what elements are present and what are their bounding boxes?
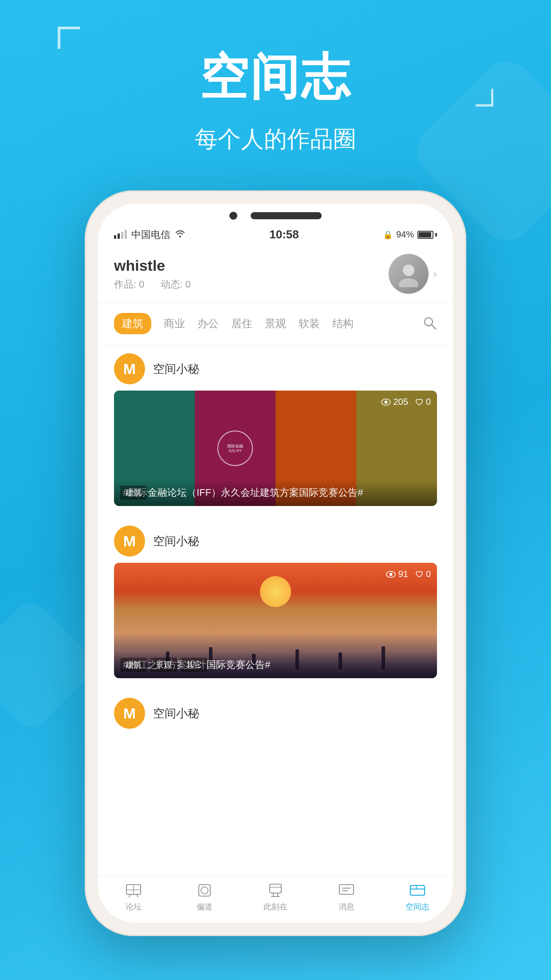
signal-icon (114, 231, 127, 239)
tag-jianzhu-1: 建筑 (120, 486, 147, 500)
card-title-1: #国际金融论坛（IFF）永久会址建筑方案国际竞赛公告# (123, 486, 428, 500)
like-count-1: 0 (415, 397, 431, 407)
phone-mockup: 中国电信 10:58 🔒 94% (85, 190, 466, 936)
nav-kongjian[interactable]: 空间志 (382, 882, 453, 912)
phone-body: 中国电信 10:58 🔒 94% (85, 190, 466, 936)
profile-section: whistle 作品: 0 动态: 0 (98, 245, 453, 303)
svg-rect-19 (410, 885, 425, 895)
svg-point-1 (399, 278, 418, 287)
phone-top-bar (98, 204, 453, 224)
app-title: 空间志 (200, 44, 351, 111)
phone-speaker (251, 212, 322, 219)
works-stat: 作品: 0 (114, 278, 145, 291)
avatar-image (389, 254, 429, 294)
nav-xiaoxi[interactable]: 消息 (311, 882, 382, 912)
svg-point-0 (403, 265, 414, 276)
card-overlay-1: #国际金融论坛（IFF）永久会址建筑方案国际竞赛公告# (114, 480, 437, 506)
tab-shangye[interactable]: 商业 (164, 316, 185, 331)
profile-avatar (389, 254, 429, 294)
tab-ruan[interactable]: 软装 (299, 316, 320, 331)
feed-avatar-3: M (114, 698, 145, 729)
lock-icon: 🔒 (383, 230, 393, 240)
status-bar: 中国电信 10:58 🔒 94% (98, 224, 453, 245)
luntan-icon (124, 882, 143, 899)
svg-point-12 (201, 887, 208, 894)
xiaoxi-icon (337, 882, 356, 899)
card-stats-2: 91 0 (386, 569, 431, 579)
tab-juzhu[interactable]: 居住 (231, 316, 252, 331)
status-left: 中国电信 (114, 228, 185, 241)
bracket-top-left (58, 27, 80, 49)
nav-kongjian-label: 空间志 (405, 901, 429, 912)
kongjian-icon (408, 882, 427, 899)
feed-avatar-1: M (114, 353, 145, 384)
nav-piandao-label: 偏道 (197, 901, 213, 912)
tab-jingguan[interactable]: 景观 (265, 316, 286, 331)
status-time: 10:58 (269, 228, 299, 241)
feed-header-2: M 空间小秘 (114, 526, 437, 557)
feed-username-3: 空间小秘 (153, 706, 199, 721)
feed-item-2: M 空间小秘 (98, 517, 453, 678)
like-count-2: 0 (415, 569, 431, 579)
tag-jianzhu-2: 建筑 (120, 658, 147, 672)
cikzai-icon (266, 882, 285, 899)
svg-rect-13 (270, 884, 281, 893)
feed-header-3: M 空间小秘 (114, 698, 437, 729)
profile-stats: 作品: 0 动态: 0 (114, 278, 389, 291)
carrier-label: 中国电信 (131, 228, 170, 241)
feed-item-1: M 空间小秘 国际金融 论坛·IFF (98, 344, 453, 506)
tab-bangong[interactable]: 办公 (197, 316, 219, 331)
view-count-2: 91 (386, 569, 408, 579)
bracket-bottom-right (476, 89, 493, 107)
phone-camera (229, 212, 237, 220)
wifi-icon (175, 229, 185, 240)
nav-cikzai-label: 此刻在 (264, 901, 287, 912)
feed-card-image-2[interactable]: 91 0 #湘江之门方案设计国际竞赛公告# (114, 563, 437, 678)
card-tags-2: 建筑 景观 其它 (120, 658, 207, 672)
nav-xiaoxi-label: 消息 (338, 901, 354, 912)
card-tags-1: 建筑 (120, 486, 147, 500)
feed: M 空间小秘 国际金融 论坛·IFF (98, 344, 453, 923)
status-right: 🔒 94% (383, 229, 437, 240)
battery-percent: 94% (396, 229, 414, 240)
feed-header-1: M 空间小秘 (114, 353, 437, 384)
nav-luntan-label: 论坛 (126, 901, 142, 912)
nav-luntan[interactable]: 论坛 (98, 882, 169, 912)
search-button[interactable] (422, 315, 437, 332)
profile-info: whistle 作品: 0 动态: 0 (114, 257, 389, 291)
svg-line-3 (432, 325, 436, 329)
svg-point-7 (389, 573, 392, 576)
nav-cikzai[interactable]: 此刻在 (240, 882, 311, 912)
profile-avatar-wrap[interactable]: › (389, 254, 437, 294)
nav-piandao[interactable]: 偏道 (169, 882, 240, 912)
profile-username: whistle (114, 257, 389, 274)
svg-rect-11 (199, 885, 210, 896)
battery-icon (417, 231, 437, 239)
tab-jianzhu[interactable]: 建筑 (114, 313, 151, 334)
feed-username-1: 空间小秘 (153, 361, 199, 377)
phone-screen: 中国电信 10:58 🔒 94% (98, 204, 453, 923)
tag-other-2: 其它 (181, 658, 207, 672)
svg-point-5 (384, 400, 387, 403)
app-subtitle: 每个人的作品圈 (195, 124, 356, 155)
tab-jiegou[interactable]: 结构 (332, 316, 354, 331)
feed-card-image-1[interactable]: 国际金融 论坛·IFF (114, 391, 437, 506)
piandao-icon (195, 882, 214, 899)
dynamics-stat: 动态: 0 (161, 278, 191, 291)
bottom-nav: 论坛 偏道 (98, 875, 453, 923)
chevron-right-icon: › (433, 267, 437, 281)
view-count-1: 205 (381, 397, 408, 407)
card-stats-1: 205 0 (381, 397, 431, 407)
category-tabs: 建筑 商业 办公 居住 景观 软装 结构 (98, 303, 453, 344)
tag-jingguan-2: 景观 (150, 658, 177, 672)
svg-rect-16 (339, 885, 354, 894)
feed-item-3: M 空间小秘 (98, 689, 453, 735)
feed-username-2: 空间小秘 (153, 533, 199, 549)
feed-avatar-2: M (114, 526, 145, 557)
